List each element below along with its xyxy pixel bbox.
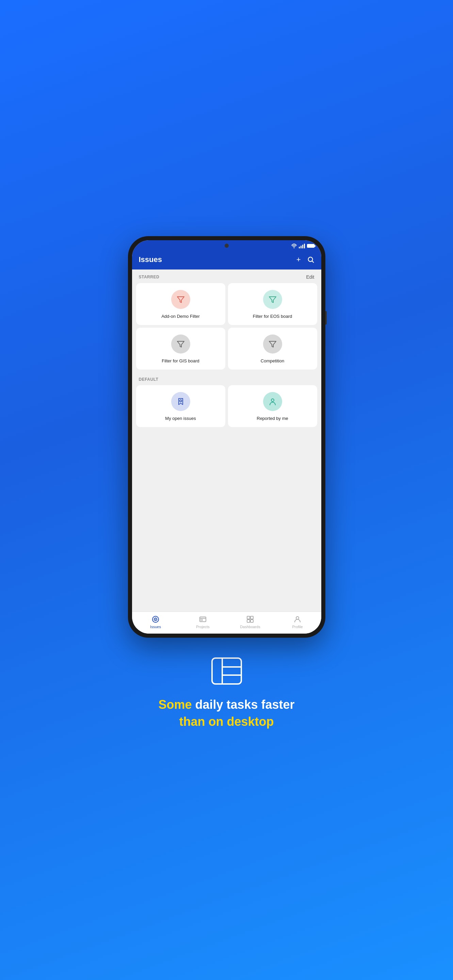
- edit-starred-button[interactable]: Edit: [306, 274, 314, 280]
- content-area: STARRED Edit Add-on Demo Filter: [132, 269, 321, 611]
- svg-line-2: [312, 261, 313, 262]
- card-competition[interactable]: Competition: [228, 328, 317, 369]
- dashboards-nav-icon: [246, 615, 254, 624]
- person-icon-circle: [263, 392, 282, 411]
- card-add-on-demo-filter[interactable]: Add-on Demo Filter: [136, 283, 225, 325]
- camera-notch: [225, 243, 229, 248]
- add-button[interactable]: +: [296, 255, 301, 264]
- svg-point-0: [293, 247, 294, 248]
- tagline-line2-text: than on desktop: [180, 714, 274, 729]
- app-header: Issues +: [132, 251, 321, 269]
- status-icons: [291, 243, 315, 248]
- side-button: [325, 311, 327, 325]
- header-actions: +: [296, 255, 315, 264]
- nav-item-dashboards[interactable]: Dashboards: [227, 615, 274, 629]
- nav-label-issues: Issues: [150, 625, 161, 629]
- card-filter-gis-board[interactable]: Filter for GIS board: [136, 328, 225, 369]
- card-filter-eos-board[interactable]: Filter for EOS board: [228, 283, 317, 325]
- svg-rect-16: [212, 658, 241, 684]
- app-title: Issues: [139, 255, 162, 264]
- svg-point-15: [296, 617, 299, 619]
- card-reported-by-me[interactable]: Reported by me: [228, 385, 317, 427]
- starred-section-header: STARRED Edit: [132, 269, 321, 283]
- card-my-open-issues[interactable]: My open issues: [136, 385, 225, 427]
- signal-icon: [299, 243, 305, 248]
- card-label-my-open-issues: My open issues: [165, 416, 196, 421]
- svg-point-4: [271, 399, 274, 401]
- filter-icon-gray-2: [263, 334, 282, 353]
- card-label-competition: Competition: [261, 358, 284, 363]
- card-label-reported-by-me: Reported by me: [257, 416, 288, 421]
- filter-icon-mint: [263, 290, 282, 309]
- feature-icon-wrapper: [210, 654, 244, 688]
- projects-nav-icon: [199, 615, 207, 624]
- nav-label-dashboards: Dashboards: [240, 625, 260, 629]
- starred-label: STARRED: [139, 275, 160, 279]
- nav-label-profile: Profile: [292, 625, 302, 629]
- tagline-line2: than on desktop: [158, 713, 294, 730]
- tagline-highlight: Some: [158, 698, 192, 711]
- profile-nav-icon: [293, 615, 302, 624]
- nav-item-projects[interactable]: Projects: [180, 615, 227, 629]
- phone-device: Issues + STARRED Edit: [128, 236, 325, 638]
- nav-label-projects: Projects: [196, 625, 210, 629]
- svg-point-7: [155, 619, 156, 620]
- svg-rect-10: [201, 619, 202, 620]
- bottom-nav: Issues Projects: [132, 611, 321, 633]
- tagline-line1: Some daily tasks faster: [158, 696, 294, 713]
- svg-rect-14: [251, 620, 253, 622]
- card-label-filter-gis-board: Filter for GIS board: [162, 358, 199, 363]
- svg-rect-11: [247, 616, 250, 619]
- svg-rect-12: [251, 616, 253, 619]
- filter-icon-gray-1: [171, 334, 190, 353]
- bookmark-icon-circle: [171, 392, 190, 411]
- starred-cards-grid: Add-on Demo Filter Filter for EOS board: [132, 283, 321, 372]
- svg-rect-13: [247, 620, 250, 622]
- nav-item-profile[interactable]: Profile: [274, 615, 321, 629]
- phone-screen: Issues + STARRED Edit: [132, 240, 321, 633]
- tagline-rest: daily tasks faster: [192, 698, 294, 711]
- layout-icon: [211, 657, 242, 685]
- svg-point-3: [180, 400, 182, 402]
- default-label: DEFAULT: [139, 377, 159, 382]
- nav-item-issues[interactable]: Issues: [132, 615, 180, 629]
- battery-icon: [307, 244, 315, 248]
- below-phone-section: Some daily tasks faster than on desktop: [158, 638, 294, 744]
- search-icon[interactable]: [307, 256, 315, 263]
- card-label-filter-eos-board: Filter for EOS board: [253, 314, 292, 319]
- wifi-icon: [291, 243, 297, 248]
- card-label-add-on-demo-filter: Add-on Demo Filter: [161, 314, 200, 319]
- filter-icon-pink: [171, 290, 190, 309]
- issues-nav-icon: [151, 615, 160, 624]
- tagline: Some daily tasks faster than on desktop: [158, 696, 294, 730]
- default-section-header: DEFAULT: [132, 372, 321, 385]
- default-cards-grid: My open issues Reported by me: [132, 385, 321, 430]
